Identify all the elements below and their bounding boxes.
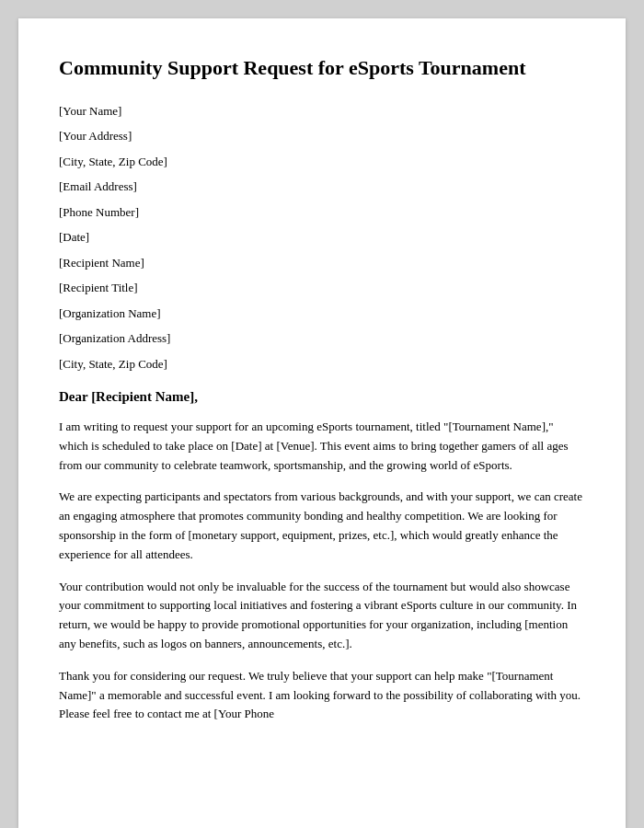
recipient-org-address: [Organization Address]	[59, 329, 585, 348]
sender-phone: [Phone Number]	[59, 203, 585, 222]
paragraph-1: I am writing to request your support for…	[59, 418, 585, 475]
letter-date: [Date]	[59, 228, 585, 247]
recipient-city-state-zip: [City, State, Zip Code]	[59, 355, 585, 374]
sender-email: [Email Address]	[59, 178, 585, 196]
letter-title: Community Support Request for eSports To…	[59, 55, 585, 82]
recipient-title: [Recipient Title]	[59, 279, 585, 297]
paragraph-4: Thank you for considering our request. W…	[59, 667, 585, 724]
sender-address: [Your Address]	[59, 127, 585, 145]
letter-salutation: Dear [Recipient Name],	[59, 389, 585, 405]
paragraph-2: We are expecting participants and specta…	[59, 488, 585, 564]
sender-city-state-zip: [City, State, Zip Code]	[59, 153, 585, 171]
sender-name: [Your Name]	[59, 102, 585, 121]
recipient-name: [Recipient Name]	[59, 254, 585, 272]
sender-address-block: [Your Name] [Your Address] [City, State,…	[59, 102, 585, 247]
recipient-org-name: [Organization Name]	[59, 305, 585, 323]
recipient-address-block: [Recipient Name] [Recipient Title] [Orga…	[59, 254, 585, 374]
letter-document: Community Support Request for eSports To…	[18, 18, 626, 828]
paragraph-3: Your contribution would not only be inva…	[59, 578, 585, 654]
